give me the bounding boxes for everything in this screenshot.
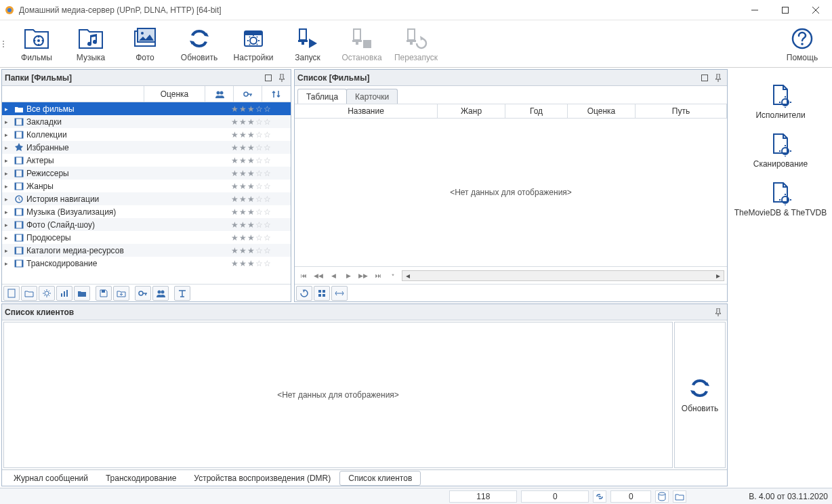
tab-dmr[interactable]: Устройства воспроизведения (DMR) — [185, 471, 339, 486]
list-width-button[interactable] — [331, 286, 348, 301]
panel-pin-icon[interactable] — [712, 306, 724, 318]
tree-row[interactable]: ▸Музыка (Визуализация)★★★☆☆ — [2, 205, 291, 218]
tree-row[interactable]: ▸Избранные★★★☆☆ — [2, 141, 291, 154]
performers-button[interactable]: Исполнители — [730, 77, 831, 126]
folder-tree[interactable]: ▸Все фильмы★★★☆☆▸Закладки★★★☆☆▸Коллекции… — [2, 102, 291, 284]
new-doc-button[interactable] — [3, 286, 20, 301]
expand-icon[interactable]: ▸ — [5, 234, 13, 241]
rating-stars[interactable]: ★★★☆☆ — [231, 130, 291, 140]
folder-button[interactable] — [74, 286, 90, 301]
rating-stars[interactable]: ★★★☆☆ — [231, 259, 291, 268]
tab-table[interactable]: Таблица — [297, 89, 347, 104]
panel-pin-icon[interactable] — [276, 72, 288, 84]
col-path[interactable]: Путь — [636, 104, 727, 118]
expand-icon[interactable]: ▸ — [5, 157, 13, 164]
tree-row[interactable]: ▸Все фильмы★★★☆☆ — [2, 102, 291, 115]
scroll-right-icon[interactable]: ▸ — [713, 271, 724, 280]
tmdb-button[interactable]: TheMovieDB & TheTVDB — [730, 175, 831, 224]
users-button[interactable] — [152, 286, 169, 301]
tree-row[interactable]: ▸Каталоги медиа-ресурсов★★★☆☆ — [2, 244, 291, 257]
rating-stars[interactable]: ★★★☆☆ — [231, 246, 291, 255]
nav-first-icon[interactable]: ⏮ — [297, 270, 310, 282]
settings-button[interactable]: Настройки — [226, 22, 280, 66]
stop-button[interactable]: Остановка — [335, 22, 389, 66]
music-button[interactable]: Музыка — [64, 22, 118, 66]
start-button[interactable]: Запуск — [280, 22, 335, 66]
open-button[interactable] — [21, 286, 37, 301]
close-button[interactable] — [800, 0, 831, 20]
tree-row[interactable]: ▸Транскодирование★★★☆☆ — [2, 257, 291, 270]
nav-next-icon[interactable]: ▶ — [342, 270, 354, 282]
tree-row[interactable]: ▸Закладки★★★☆☆ — [2, 115, 291, 128]
expand-icon[interactable]: ▸ — [5, 106, 13, 112]
list-grid-button[interactable] — [314, 286, 330, 301]
expand-icon[interactable]: ▸ — [5, 144, 13, 151]
expand-icon[interactable]: ▸ — [5, 183, 13, 190]
clients-refresh-button[interactable]: Обновить — [674, 322, 726, 468]
tab-transcode[interactable]: Транскодирование — [97, 471, 185, 486]
help-button[interactable]: Помощь — [775, 22, 829, 66]
col-users-icon[interactable] — [205, 86, 234, 102]
col-genre[interactable]: Жанр — [438, 104, 505, 118]
nav-prev-page-icon[interactable]: ◀◀ — [312, 270, 325, 282]
col-name[interactable]: Название — [295, 104, 438, 118]
col-year[interactable]: Год — [505, 104, 568, 118]
expand-icon[interactable]: ▸ — [5, 209, 13, 215]
rating-stars[interactable]: ★★★☆☆ — [231, 207, 291, 217]
panel-pin-icon[interactable] — [712, 72, 724, 84]
panel-maximize-icon[interactable] — [699, 72, 711, 84]
list-refresh-button[interactable] — [296, 286, 312, 301]
tree-row[interactable]: ▸История навигации★★★☆☆ — [2, 192, 291, 205]
svg-rect-20 — [301, 42, 304, 45]
expand-icon[interactable]: ▸ — [5, 222, 13, 228]
tree-row[interactable]: ▸Жанры★★★☆☆ — [2, 180, 291, 192]
rating-stars[interactable]: ★★★☆☆ — [231, 220, 291, 230]
tab-cards[interactable]: Карточки — [346, 89, 398, 104]
chart-button[interactable] — [56, 286, 72, 301]
expand-icon[interactable]: ▸ — [5, 119, 13, 125]
rating-stars[interactable]: ★★★☆☆ — [231, 233, 291, 243]
expand-icon[interactable]: ▸ — [5, 247, 13, 254]
restart-button[interactable]: Перезапуск — [389, 22, 443, 66]
scan-button[interactable]: Сканирование — [730, 126, 831, 175]
list-hscroll[interactable]: ◂ ▸ — [402, 270, 724, 281]
refresh-button[interactable]: Обновить — [172, 22, 226, 66]
tree-row[interactable]: ▸Коллекции★★★☆☆ — [2, 128, 291, 141]
tree-row[interactable]: ▸Режиссеры★★★☆☆ — [2, 167, 291, 180]
col-rating-list[interactable]: Оценка — [568, 104, 636, 118]
rating-stars[interactable]: ★★★☆☆ — [231, 117, 291, 127]
tree-row[interactable]: ▸Продюсеры★★★☆☆ — [2, 231, 291, 244]
tab-log[interactable]: Журнал сообщений — [5, 471, 97, 486]
expand-icon[interactable]: ▸ — [5, 170, 13, 177]
minimize-button[interactable] — [739, 0, 770, 20]
key-button[interactable] — [135, 286, 151, 301]
movies-button[interactable]: Фильмы — [9, 22, 64, 66]
col-sort-icon[interactable] — [262, 86, 291, 102]
tree-row[interactable]: ▸Актеры★★★☆☆ — [2, 154, 291, 167]
rating-stars[interactable]: ★★★☆☆ — [231, 182, 291, 191]
tree-row[interactable]: ▸Фото (Слайд-шоу)★★★☆☆ — [2, 218, 291, 231]
maximize-button[interactable] — [770, 0, 800, 20]
expand-icon[interactable]: ▸ — [5, 131, 13, 138]
col-rating[interactable]: Оценка — [144, 86, 205, 102]
photo-button[interactable]: Фото — [118, 22, 172, 66]
rating-stars[interactable]: ★★★☆☆ — [231, 156, 291, 165]
panel-maximize-icon[interactable] — [262, 72, 274, 84]
sun-button[interactable] — [39, 286, 55, 301]
rating-stars[interactable]: ★★★☆☆ — [231, 104, 291, 114]
col-key-icon[interactable] — [234, 86, 262, 102]
rating-stars[interactable]: ★★★☆☆ — [231, 194, 291, 204]
save-button[interactable] — [96, 286, 112, 301]
nav-next-page-icon[interactable]: ▶▶ — [357, 270, 369, 282]
expand-icon[interactable]: ▸ — [5, 260, 13, 267]
nav-last-icon[interactable]: ⏭ — [372, 270, 384, 282]
toolbar-handle[interactable] — [3, 27, 7, 61]
expand-icon[interactable]: ▸ — [5, 196, 13, 203]
load-button[interactable] — [113, 286, 129, 301]
nav-prev-icon[interactable]: ◀ — [327, 270, 339, 282]
scroll-left-icon[interactable]: ◂ — [402, 271, 413, 280]
text-button[interactable] — [174, 286, 190, 301]
rating-stars[interactable]: ★★★☆☆ — [231, 143, 291, 152]
tab-clients[interactable]: Список клиентов — [339, 471, 421, 486]
rating-stars[interactable]: ★★★☆☆ — [231, 169, 291, 178]
